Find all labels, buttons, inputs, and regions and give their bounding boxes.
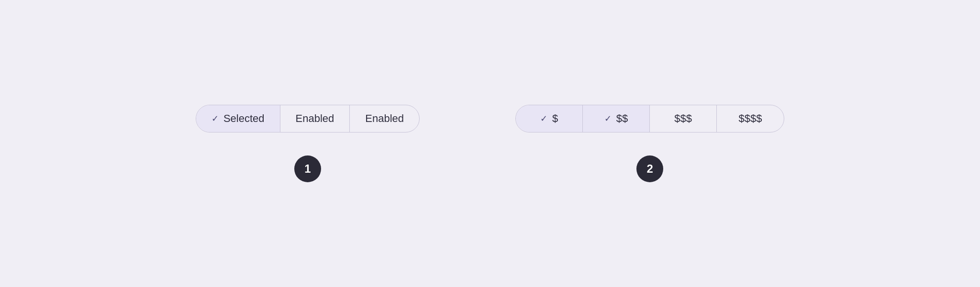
- badge-2: 2: [636, 155, 663, 182]
- segment-label-2: Enabled: [296, 112, 334, 125]
- segment-dollar-3[interactable]: $$$: [650, 105, 717, 132]
- segment-dollar-1[interactable]: ✓ $: [516, 105, 583, 132]
- segment-label-dollar-4: $$$$: [739, 112, 762, 125]
- segmented-control-2[interactable]: ✓ $ ✓ $$ $$$ $$$$: [515, 105, 784, 132]
- segmented-control-1[interactable]: ✓ Selected Enabled Enabled: [196, 105, 420, 132]
- segment-selected[interactable]: ✓ Selected: [196, 105, 280, 132]
- demo-group-1: ✓ Selected Enabled Enabled 1: [196, 105, 420, 182]
- segment-enabled-2[interactable]: Enabled: [350, 105, 419, 132]
- check-icon-2: ✓: [540, 113, 547, 124]
- check-icon-1: ✓: [212, 113, 219, 124]
- segment-dollar-2[interactable]: ✓ $$: [583, 105, 650, 132]
- check-icon-3: ✓: [604, 113, 612, 124]
- segment-label-dollar-3: $$$: [674, 112, 692, 125]
- segment-enabled-1[interactable]: Enabled: [280, 105, 350, 132]
- badge-1: 1: [294, 155, 321, 182]
- segment-label-1: Selected: [223, 112, 265, 125]
- segment-label-dollar-2: $$: [616, 112, 628, 125]
- demo-group-2: ✓ $ ✓ $$ $$$ $$$$ 2: [515, 105, 784, 182]
- segment-label-3: Enabled: [365, 112, 404, 125]
- segment-dollar-4[interactable]: $$$$: [717, 105, 784, 132]
- segment-label-dollar-1: $: [552, 112, 558, 125]
